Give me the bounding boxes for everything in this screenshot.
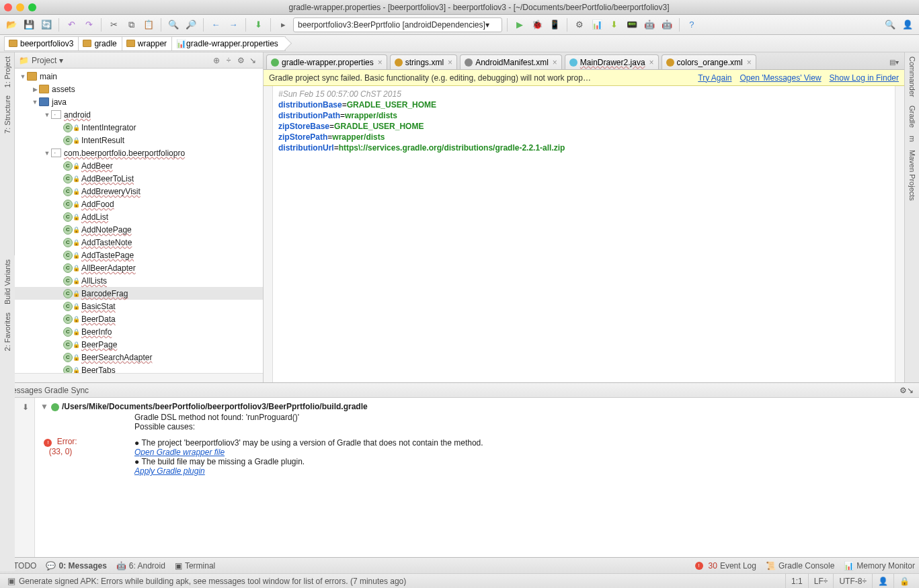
replace-button[interactable]: 🔎: [184, 17, 198, 32]
gradle-console-tab[interactable]: 📜 Gradle Console: [766, 561, 834, 571]
tree-item[interactable]: C🔒AddTasteNote: [15, 236, 263, 249]
settings-button[interactable]: ⚙: [235, 56, 247, 65]
run-button[interactable]: ▶: [512, 17, 527, 32]
editor-tab[interactable]: strings.xml×: [390, 54, 457, 69]
hide-button[interactable]: ↘: [247, 56, 259, 65]
redo-button[interactable]: ↷: [81, 17, 96, 32]
close-tab-icon[interactable]: ×: [553, 58, 557, 67]
attach-debugger-button[interactable]: 📱: [547, 17, 562, 32]
open-messages-link[interactable]: Open 'Messages' View: [740, 73, 822, 83]
tree-item[interactable]: C🔒AllBeerAdapter: [15, 261, 263, 274]
run-dropdown-icon[interactable]: ▸: [276, 17, 290, 32]
tabs-overflow-button[interactable]: ▤▾: [887, 54, 902, 69]
project-tree[interactable]: ▼main▶assets▼java▼androidC🔒IntentIntegra…: [15, 69, 263, 373]
sdk-button[interactable]: ⬇: [607, 17, 622, 32]
tree-item[interactable]: ▼android: [15, 108, 263, 121]
dock-tab[interactable]: m: [907, 132, 918, 146]
terminal-tab[interactable]: ▣ Terminal: [175, 561, 215, 571]
editor-content[interactable]: #Sun Feb 15 00:57:00 ChST 2015distributi…: [264, 86, 904, 382]
open-button[interactable]: 📂: [4, 17, 19, 32]
tree-item[interactable]: C🔒IntentResult: [15, 134, 263, 146]
user-button[interactable]: 👤: [900, 17, 915, 32]
avd-button[interactable]: 📊: [590, 17, 604, 32]
editor-tab[interactable]: gradle-wrapper.properties×: [266, 54, 387, 69]
lock-icon[interactable]: 🔒: [893, 574, 915, 588]
breadcrumb-item[interactable]: beerportfoliov3: [4, 36, 81, 51]
status-icon[interactable]: ▣: [4, 574, 19, 589]
messages-hide-button[interactable]: ↘: [907, 386, 914, 395]
close-tab-icon[interactable]: ×: [747, 58, 752, 67]
android-tab[interactable]: 🤖 6: Android: [116, 561, 165, 571]
tree-item[interactable]: C🔒AddList: [15, 210, 263, 223]
gradle-sync-button[interactable]: ⚙: [572, 17, 587, 32]
close-window-button[interactable]: [4, 3, 12, 11]
collapse-all-button[interactable]: ÷: [223, 56, 235, 65]
memory-monitor-tab[interactable]: 📊 Memory Monitor: [844, 561, 915, 571]
filter5-button[interactable]: ⬇: [19, 401, 32, 414]
forward-button[interactable]: →: [226, 17, 241, 32]
messages-content[interactable]: ▼ /Users/Mike/Documents/beerPortfolio/be…: [35, 398, 919, 557]
breadcrumb-item[interactable]: 📊 gradle-wrapper.properties: [171, 36, 286, 51]
dock-tab[interactable]: 2: Favorites: [2, 308, 13, 355]
breadcrumb-item[interactable]: wrapper: [122, 36, 174, 51]
close-tab-icon[interactable]: ×: [448, 58, 452, 67]
back-button[interactable]: ←: [208, 17, 223, 32]
breadcrumb-item[interactable]: gradle: [78, 36, 124, 51]
tree-item[interactable]: C🔒AddBreweryVisit: [15, 185, 263, 198]
tree-item[interactable]: C🔒BeerInfo: [15, 325, 263, 338]
open-wrapper-link[interactable]: Open Gradle wrapper file: [134, 448, 225, 457]
caret-position[interactable]: 1:1: [785, 574, 808, 588]
tree-item[interactable]: ▼com.beerportfolio.beerportfoliopro: [15, 146, 263, 159]
debug-button[interactable]: 🐞: [530, 17, 545, 32]
event-log-tab[interactable]: !30 Event Log: [695, 561, 756, 571]
search-everywhere-button[interactable]: 🔍: [883, 17, 897, 32]
minimize-window-button[interactable]: [16, 3, 24, 11]
editor-tab[interactable]: colors_orange.xml×: [662, 54, 756, 69]
find-button[interactable]: 🔍: [166, 17, 181, 32]
tree-item[interactable]: C🔒AllLists: [15, 274, 263, 287]
close-tab-icon[interactable]: ×: [649, 58, 654, 67]
tree-item[interactable]: C🔒AddFood: [15, 198, 263, 210]
editor-tab[interactable]: MainDrawer2.java×: [565, 54, 659, 69]
messages-tab[interactable]: 💬 0: Messages: [46, 561, 106, 571]
copy-button[interactable]: ⧉: [124, 17, 138, 32]
tree-item[interactable]: C🔒BeerTabs: [15, 364, 263, 373]
tree-item[interactable]: C🔒AddBeerToList: [15, 172, 263, 185]
code-area[interactable]: #Sun Feb 15 00:57:00 ChST 2015distributi…: [273, 86, 895, 382]
tree-item[interactable]: C🔒AddNotePage: [15, 223, 263, 236]
run-config-selector[interactable]: beerportfoliov3:BeerPprtfolio [androidDe…: [293, 17, 502, 32]
scroll-to-source-button[interactable]: ⊕: [210, 56, 223, 65]
tree-item[interactable]: C🔒AddTastePage: [15, 249, 263, 261]
save-button[interactable]: 💾: [22, 17, 36, 32]
make-button[interactable]: ⬇: [251, 17, 266, 32]
tree-item[interactable]: C🔒BeerData: [15, 312, 263, 325]
tree-item[interactable]: C🔒BeerPage: [15, 338, 263, 351]
android2-button[interactable]: 🤖: [660, 17, 674, 32]
tree-item[interactable]: ▼main: [15, 70, 263, 83]
monitor-button[interactable]: 📟: [625, 17, 639, 32]
tree-item[interactable]: ▶assets: [15, 83, 263, 95]
paste-button[interactable]: 📋: [141, 17, 156, 32]
undo-button[interactable]: ↶: [64, 17, 79, 32]
dock-tab[interactable]: 7: Structure: [2, 91, 13, 138]
dock-tab[interactable]: Maven Projects: [907, 146, 918, 205]
line-ending[interactable]: LF ÷: [808, 574, 834, 588]
sync-button[interactable]: 🔄: [39, 17, 54, 32]
dock-tab[interactable]: Commander: [907, 52, 918, 101]
messages-settings-button[interactable]: ⚙: [900, 386, 907, 395]
inspection-icon[interactable]: 👤: [872, 574, 893, 588]
tree-item[interactable]: C🔒IntentIntegrator: [15, 121, 263, 134]
dock-tab[interactable]: Gradle: [907, 101, 918, 132]
tree-item[interactable]: C🔒BarcodeFrag: [15, 287, 263, 300]
help-button[interactable]: ?: [684, 17, 699, 32]
cut-button[interactable]: ✂: [106, 17, 121, 32]
show-log-link[interactable]: Show Log in Finder: [830, 73, 899, 83]
close-tab-icon[interactable]: ×: [378, 58, 383, 67]
dock-tab[interactable]: 1: Project: [2, 52, 13, 91]
android-button[interactable]: 🤖: [642, 17, 657, 32]
tree-item[interactable]: ▼java: [15, 95, 263, 108]
dock-tab[interactable]: Build Variants: [2, 255, 13, 308]
tree-item[interactable]: C🔒BasicStat: [15, 300, 263, 312]
editor-tab[interactable]: AndroidManifest.xml×: [460, 54, 562, 69]
apply-plugin-link[interactable]: Apply Gradle plugin: [134, 466, 205, 476]
